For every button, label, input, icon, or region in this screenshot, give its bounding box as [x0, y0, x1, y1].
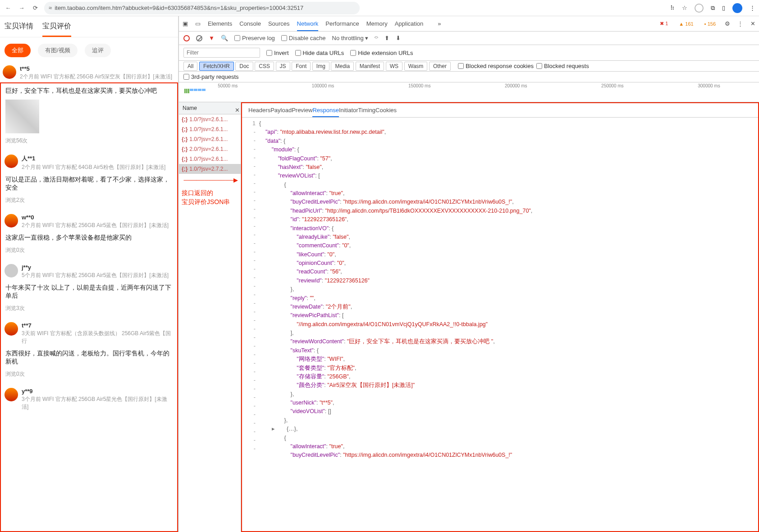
type-manifest[interactable]: Manifest: [356, 62, 384, 71]
review-nick: t**5: [20, 65, 172, 72]
error-count[interactable]: ✖ 1: [658, 21, 670, 27]
subtab-timing[interactable]: Timing: [358, 107, 376, 114]
type-all[interactable]: All: [183, 62, 197, 71]
type-media[interactable]: Media: [331, 62, 354, 71]
tab-reviews[interactable]: 宝贝评价: [42, 22, 71, 37]
type-ws[interactable]: WS: [386, 62, 402, 71]
translate-icon[interactable]: ⠷: [670, 5, 675, 11]
disable-cache-checkbox[interactable]: Disable cache: [281, 35, 326, 41]
record-icon[interactable]: [183, 35, 190, 41]
subtab-payload[interactable]: Payload: [270, 107, 292, 114]
review-content: 巨好，安全下车，耳机也是在这家买滴，要买放心冲吧: [2, 84, 176, 98]
back-icon[interactable]: ←: [4, 4, 13, 13]
subtab-preview[interactable]: Preview: [292, 107, 312, 114]
review-meta: 3个月前 WIFI 官方标配 256GB Air5星光色【国行原封】[未激活]: [22, 396, 174, 411]
filter-all[interactable]: 全部: [5, 44, 31, 57]
avatar: [3, 65, 16, 79]
filter-icon[interactable]: ▼: [209, 35, 215, 41]
timeline[interactable]: 50000 ms100000 ms150000 ms200000 ms25000…: [179, 82, 759, 102]
name-header: Name: [179, 102, 241, 114]
type-js[interactable]: JS: [276, 62, 290, 71]
type-font[interactable]: Font: [292, 62, 311, 71]
devtools-tab-performance[interactable]: Performance: [325, 20, 359, 27]
extensions-icon[interactable]: ⧉: [711, 5, 715, 12]
subtab-cookies[interactable]: Cookies: [375, 107, 397, 114]
forward-icon[interactable]: →: [17, 4, 26, 13]
warn-count-2[interactable]: ▪ 156: [703, 21, 718, 27]
request-row[interactable]: {;}1.0/?jsv=2.6.1...: [179, 114, 241, 124]
profile-icon[interactable]: [732, 3, 742, 13]
review-views: 浏览0次: [2, 245, 176, 262]
devtools-tab-network[interactable]: Network: [297, 20, 319, 31]
devtools-tab-application[interactable]: Application: [395, 20, 424, 27]
avatar: [5, 264, 18, 277]
subtab-response[interactable]: Response: [312, 107, 339, 117]
warn-count-1[interactable]: ▲ 161: [677, 21, 695, 27]
devtools-tab-sources[interactable]: Sources: [268, 20, 290, 27]
gear-icon[interactable]: ⚙: [725, 20, 730, 27]
search-icon[interactable]: 🔍: [221, 35, 228, 41]
review-meta: 3天前 WIFI 官方标配（含原装头数据线） 256GB Air5紫色【国行: [22, 330, 174, 345]
reload-icon[interactable]: ⟳: [31, 4, 40, 13]
third-party-checkbox[interactable]: 3rd-party requests: [183, 73, 754, 80]
site-icon: ≈: [49, 5, 52, 11]
avatar: [5, 155, 18, 168]
review-content: 可以是正品，激活日期都对着呢，看了不少家，选择这家，安全: [2, 173, 176, 195]
devtools-tab-memory[interactable]: Memory: [366, 20, 388, 27]
type-doc[interactable]: Doc: [235, 62, 253, 71]
upload-icon[interactable]: ⬆: [384, 35, 389, 41]
circle-icon[interactable]: [695, 4, 704, 13]
review-meta: 2个月前 WIFI 官方标配 256GB Air5蓝色【国行原封】[未激活]: [22, 222, 169, 229]
panel-icon[interactable]: ▯: [722, 5, 725, 11]
hide-ext-urls-checkbox[interactable]: Hide extension URLs: [350, 50, 413, 56]
request-row[interactable]: {;}2.0/?jsv=2.6.1...: [179, 144, 241, 154]
close-panel-icon[interactable]: ✕: [235, 107, 240, 114]
review-views: 浏览0次: [2, 368, 176, 386]
subtab-headers[interactable]: Headers: [248, 107, 270, 114]
review-views: 浏览2次: [2, 195, 176, 212]
device-icon[interactable]: ▭: [195, 20, 201, 27]
filter-media[interactable]: 有图/视频: [38, 44, 78, 57]
devtools-tab-elements[interactable]: Elements: [208, 20, 232, 27]
review-content: 这家店一直很稳，多个苹果设备都是他家买的: [2, 231, 176, 245]
avatar: [5, 322, 18, 336]
subtab-initiator[interactable]: Initiator: [339, 107, 358, 114]
review-views: 浏览3次: [2, 303, 176, 320]
devtools-tab-console[interactable]: Console: [239, 20, 261, 27]
close-icon[interactable]: ✕: [750, 20, 755, 27]
url-bar[interactable]: ≈ item.taobao.com/item.htm?abbucket=9&id…: [44, 2, 360, 14]
review-content: [2, 413, 176, 418]
tab-detail[interactable]: 宝贝详情: [5, 22, 33, 37]
hide-data-urls-checkbox[interactable]: Hide data URLs: [295, 50, 344, 56]
request-row[interactable]: {;}1.0/?jsv=2.7.2...: [179, 164, 241, 174]
blocked-cookies-checkbox[interactable]: Blocked response cookies: [458, 63, 534, 69]
throttling-select[interactable]: No throttling ▾: [332, 35, 369, 41]
filter-append[interactable]: 追评: [85, 44, 111, 57]
wifi-icon[interactable]: ⌔: [375, 35, 378, 41]
filter-input[interactable]: [183, 48, 260, 58]
inspect-icon[interactable]: ▣: [183, 20, 188, 27]
request-row[interactable]: {;}1.0/?jsv=2.6.1...: [179, 124, 241, 134]
review-views: 浏览56次: [2, 135, 176, 153]
kebab-icon[interactable]: ⋮: [737, 20, 743, 27]
invert-checkbox[interactable]: Invert: [266, 50, 289, 56]
review-nick: j**y: [22, 264, 169, 271]
clear-icon[interactable]: [196, 35, 202, 41]
type-wasm[interactable]: Wasm: [404, 62, 428, 71]
star-icon[interactable]: ☆: [682, 5, 687, 11]
preserve-log-checkbox[interactable]: Preserve log: [234, 35, 275, 41]
request-row[interactable]: {;}1.0/?jsv=2.6.1...: [179, 154, 241, 164]
review-photo[interactable]: [5, 100, 39, 133]
download-icon[interactable]: ⬇: [396, 35, 401, 41]
annotation-label: 接口返回的 宝贝评价JSON串: [179, 186, 241, 209]
type-other[interactable]: Other: [429, 62, 451, 71]
more-tabs-icon[interactable]: »: [438, 20, 441, 27]
review-content: 东西很好，直接喊的闪送，老板给力。国行零售机，今年的新机: [2, 347, 176, 368]
more-icon[interactable]: ⋮: [750, 5, 755, 11]
review-nick: w**0: [22, 214, 169, 221]
type-fetch-xhr[interactable]: Fetch/XHR: [199, 62, 234, 71]
request-row[interactable]: {;}1.0/?jsv=2.6.1...: [179, 134, 241, 144]
blocked-requests-checkbox[interactable]: Blocked requests: [536, 63, 589, 69]
type-css[interactable]: CSS: [255, 62, 274, 71]
type-img[interactable]: Img: [312, 62, 329, 71]
